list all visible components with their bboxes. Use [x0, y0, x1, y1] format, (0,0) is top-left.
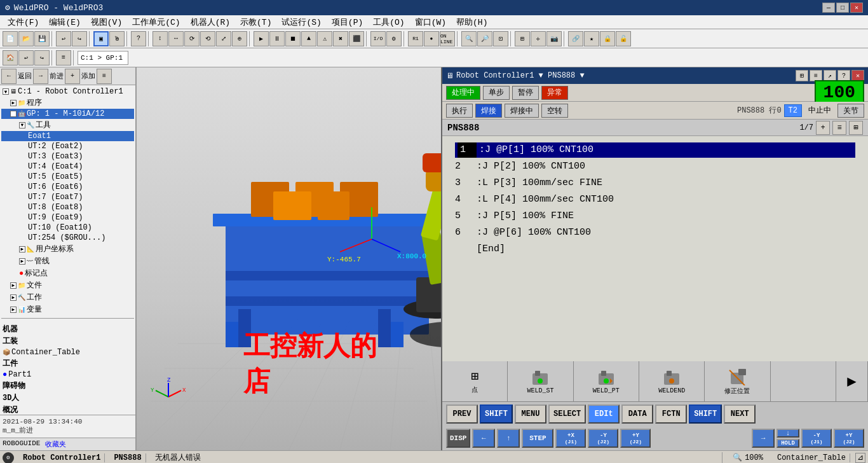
- tree-container[interactable]: 📦 Container_Table: [1, 347, 134, 357]
- expand-userframe[interactable]: ▶: [19, 246, 25, 252]
- prog-line-2[interactable]: 2 :J P[2] 100% CNT100: [455, 159, 855, 174]
- tb-select[interactable]: ▣: [93, 31, 109, 46]
- tb-r1[interactable]: R1: [408, 31, 423, 46]
- tb-move3[interactable]: ⟳: [184, 31, 200, 46]
- menu-view[interactable]: 视图(V): [86, 15, 127, 29]
- menu-robot[interactable]: 机器人(R): [186, 15, 235, 29]
- key-hold[interactable]: HOLD: [776, 439, 799, 448]
- status-resize[interactable]: ⊿: [855, 453, 865, 463]
- tree-eoat1[interactable]: Eoat1: [1, 131, 134, 141]
- left-menu[interactable]: ≡: [97, 69, 112, 84]
- maximize-button[interactable]: □: [836, 3, 849, 13]
- rc-icon-weldend[interactable]: WELDEND: [639, 361, 705, 401]
- key-down[interactable]: ↓: [776, 429, 799, 438]
- tb-new[interactable]: 📄: [3, 31, 18, 46]
- tb-open[interactable]: 📂: [18, 31, 34, 46]
- tb-io[interactable]: I/O: [370, 31, 386, 46]
- key-data[interactable]: DATA: [621, 404, 653, 424]
- prog-line-6[interactable]: 6 :J @P[6] 100% CNT100: [455, 225, 855, 240]
- nav-forward[interactable]: 前进: [50, 71, 64, 81]
- tb-chain[interactable]: 🔗: [568, 31, 583, 46]
- tree-tools[interactable]: ▼ 🔧 工具: [1, 119, 134, 131]
- rc-btn-pause[interactable]: 暂停: [512, 86, 539, 100]
- rc-btn-processing[interactable]: 处理中: [446, 86, 480, 100]
- menu-tools[interactable]: 工具(O): [368, 15, 409, 29]
- rc-arrow-right[interactable]: ▶: [836, 361, 868, 401]
- nav-add[interactable]: 添加: [81, 71, 95, 81]
- tb-zoom2[interactable]: 🔎: [477, 31, 492, 46]
- rc-btn-execute[interactable]: 执行: [446, 104, 473, 118]
- key-edit[interactable]: EDIt: [588, 404, 620, 424]
- tb2-home[interactable]: 🏠: [3, 50, 18, 66]
- rc-icon-correction[interactable]: 修正位置: [705, 361, 770, 401]
- favorites-label[interactable]: 收藏夹: [45, 439, 66, 449]
- tree-ut8[interactable]: UT:8 (Eoat8): [1, 202, 134, 212]
- key-select[interactable]: SELECT: [548, 404, 586, 424]
- tree-ut7[interactable]: UT:7 (Eoat7): [1, 192, 134, 202]
- tree-work[interactable]: ▶ 🔨 工作: [1, 291, 134, 303]
- tree-ut9[interactable]: UT:9 (Eoat9): [1, 212, 134, 223]
- tb-axis[interactable]: ✛: [531, 31, 546, 46]
- rc-btn-idle[interactable]: 空转: [541, 104, 568, 118]
- key-yj2[interactable]: +Y (J2): [834, 429, 864, 448]
- prog-line-5[interactable]: 5 :J P[5] 100% FINE: [455, 209, 855, 224]
- rc-btn-single[interactable]: 单步: [483, 86, 510, 100]
- rc-btn-joint[interactable]: 关节: [837, 104, 864, 118]
- left-add[interactable]: +: [65, 69, 80, 84]
- program-body[interactable]: 1 :J @P[1] 100% CNT100 2 :J P[2] 100% CN…: [442, 136, 868, 361]
- rc-layout1[interactable]: ⊞: [796, 70, 808, 81]
- tree-ut4[interactable]: UT:4 (Eoat4): [1, 162, 134, 172]
- rc-icon-point[interactable]: ⊞ 点: [442, 361, 508, 401]
- key-step[interactable]: STEP: [522, 429, 553, 448]
- key-up[interactable]: ↑: [497, 429, 520, 448]
- tb-zoom3[interactable]: ⊡: [493, 31, 508, 46]
- menu-trial[interactable]: 试运行(S): [276, 15, 326, 29]
- menu-teach[interactable]: 示教(T): [235, 15, 276, 29]
- tree-ut3[interactable]: UT:3 (Eoat3): [1, 151, 134, 162]
- tb2-b2[interactable]: ↪: [34, 50, 50, 66]
- tb-play[interactable]: ▶: [254, 31, 269, 46]
- tb-pause[interactable]: ⏸: [269, 31, 285, 46]
- key-disp[interactable]: DISP: [446, 429, 470, 448]
- tb-reset[interactable]: ✖: [333, 31, 348, 46]
- left-back[interactable]: ←: [1, 69, 17, 84]
- tb-move6[interactable]: ⊕: [232, 31, 247, 46]
- tb-stop[interactable]: ⏹: [285, 31, 301, 46]
- rc-btn-welding[interactable]: 焊接中: [505, 104, 539, 118]
- menu-edit[interactable]: 编辑(E): [44, 15, 85, 29]
- rc-plus-btn[interactable]: +: [816, 121, 830, 135]
- minimize-button[interactable]: —: [822, 3, 835, 13]
- tree-cable[interactable]: ▶ 〰 管线: [1, 255, 134, 267]
- expand-controller[interactable]: ▼: [3, 88, 9, 95]
- tree-controller[interactable]: ▼ 🖥 C:1 - Robot Controller1: [1, 86, 134, 97]
- tree-part1[interactable]: ● Part1: [1, 370, 134, 380]
- prog-line-1[interactable]: 1 :J @P[1] 100% CNT100: [455, 142, 855, 158]
- tb-move5[interactable]: ⤢: [216, 31, 231, 46]
- tb-grid[interactable]: ⊞: [515, 31, 530, 46]
- expand-var[interactable]: ▶: [10, 307, 17, 313]
- tree-ut6[interactable]: UT:6 (Eoat6): [1, 182, 134, 192]
- viewport[interactable]: Y:-465.7 X:800.0 % [* ] 100% [ 1 ] 工控新人的…: [137, 67, 441, 450]
- tb-help[interactable]: ?: [131, 31, 146, 46]
- tree-ut10[interactable]: UT:10 (Eoat10): [1, 223, 134, 233]
- tb-cursor[interactable]: 🖱: [109, 31, 125, 46]
- rc-btn-weld[interactable]: 焊接: [475, 104, 502, 118]
- key-xj1[interactable]: +X (J1): [555, 429, 586, 448]
- tb-lock[interactable]: 🔒: [600, 31, 615, 46]
- tree-ut5[interactable]: UT:5 (Eoat5): [1, 172, 134, 182]
- tb-step[interactable]: ▲: [301, 31, 316, 46]
- tb-undo[interactable]: ↩: [56, 31, 71, 46]
- expand-work[interactable]: ▶: [10, 294, 17, 301]
- tb-rec[interactable]: ⬛: [349, 31, 364, 46]
- menu-window[interactable]: 窗口(W): [410, 15, 451, 29]
- tb-save[interactable]: 💾: [34, 31, 50, 46]
- expand-cable[interactable]: ▶: [19, 258, 25, 265]
- prog-line-3[interactable]: 3 :L P[3] 100mm/sec FINE: [455, 176, 855, 191]
- tree-gp1[interactable]: ▼ 🤖 GP: 1 - M-10iA/12: [1, 109, 134, 119]
- tb-r3[interactable]: ON LINE: [440, 31, 455, 46]
- tree-userframe[interactable]: ▶ 📐 用户坐标系: [1, 243, 134, 255]
- rc-btn-error[interactable]: 异常: [541, 86, 568, 100]
- prog-line-4[interactable]: 4 :L P[4] 100mm/sec CNT100: [455, 192, 855, 207]
- key-fctn[interactable]: FCTN: [655, 404, 687, 424]
- tree-ut254[interactable]: UT:254 ($GROU...): [1, 233, 134, 243]
